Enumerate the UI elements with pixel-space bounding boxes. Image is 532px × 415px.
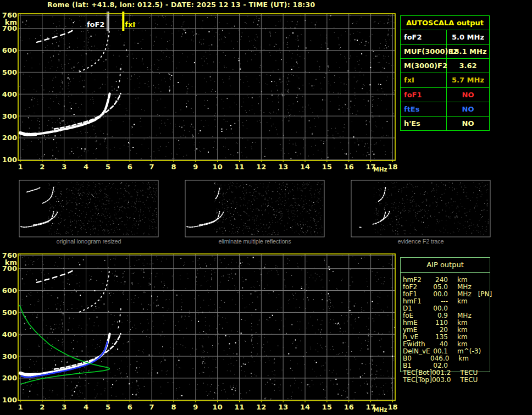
autoscala-row-value: 18.1 MHz xyxy=(447,45,489,58)
svg-text:2: 2 xyxy=(40,403,45,411)
svg-text:18: 18 xyxy=(387,403,397,411)
svg-text:MHz: MHz xyxy=(373,406,387,413)
autoscala-row: fxI5.7 MHz xyxy=(401,73,489,87)
autoscala-row-label: foF1 xyxy=(401,88,447,102)
aip-row-unit: TECU xyxy=(460,377,478,384)
ionogram-bottom: 760700600500400300200100km12345678910111… xyxy=(2,251,398,412)
aip-row-extra: [PN] xyxy=(478,291,492,298)
autoscala-row: foF25.0 MHz xyxy=(401,30,489,45)
aip-panel-title: AIP output xyxy=(401,261,490,269)
autoscala-row-label: h'Es xyxy=(401,117,447,130)
aip-row: D100.0 xyxy=(403,305,502,312)
svg-text:3: 3 xyxy=(62,403,66,411)
svg-text:500: 500 xyxy=(2,68,17,76)
second-hop-x xyxy=(119,306,121,328)
svg-text:12: 12 xyxy=(256,403,266,411)
svg-text:7: 7 xyxy=(149,403,154,411)
svg-text:100: 100 xyxy=(2,396,17,404)
thumb-no-multiples xyxy=(185,180,324,237)
thumbnail-caption-evidence: evidence F2 trace xyxy=(351,238,490,245)
second-hop-x xyxy=(119,65,121,88)
svg-text:7: 7 xyxy=(149,163,154,171)
svg-text:5: 5 xyxy=(106,163,110,171)
svg-text:300: 300 xyxy=(2,112,17,120)
thumb-second-hop xyxy=(216,187,220,199)
svg-text:1: 1 xyxy=(18,403,23,411)
aip-row: hmF1---km xyxy=(403,298,502,305)
svg-text:300: 300 xyxy=(2,352,17,361)
aip-panel-divider xyxy=(401,272,490,273)
autoscala-row: h'EsNO xyxy=(401,117,489,130)
svg-text:18: 18 xyxy=(387,163,397,171)
fxi-marker-line xyxy=(122,12,124,31)
thumb-t3-dots xyxy=(359,227,362,228)
svg-text:15: 15 xyxy=(322,403,332,411)
aip-row-unit: km xyxy=(458,355,469,362)
svg-text:9: 9 xyxy=(193,163,198,171)
svg-text:10: 10 xyxy=(213,163,223,171)
thumb-second-hop xyxy=(379,187,386,202)
svg-text:13: 13 xyxy=(278,163,288,171)
autoscala-window: Rome (lat: +41.8, lon: 012.5) - DATE: 20… xyxy=(0,0,532,415)
svg-text:100: 100 xyxy=(2,156,17,164)
svg-text:4: 4 xyxy=(84,163,88,171)
svg-text:2: 2 xyxy=(40,163,45,171)
svg-text:3: 3 xyxy=(62,163,66,171)
svg-text:km: km xyxy=(5,18,17,26)
svg-text:km: km xyxy=(5,258,17,267)
aip-row: foE0.9MHz xyxy=(403,312,502,319)
ionogram-top: foF2fxI760700600500400300200100km1234567… xyxy=(2,11,398,172)
svg-text:14: 14 xyxy=(300,403,310,411)
svg-text:15: 15 xyxy=(322,163,332,171)
aip-row: B0046.0km xyxy=(403,355,502,362)
svg-text:13: 13 xyxy=(278,403,288,411)
autoscala-row-label: ftEs xyxy=(401,102,447,116)
autoscala-row-label: M(3000)F2 xyxy=(401,59,447,73)
aip-row-value: 003.0 xyxy=(432,377,451,384)
o-trace xyxy=(20,94,110,135)
svg-text:16: 16 xyxy=(344,403,354,411)
svg-text:500: 500 xyxy=(2,308,17,317)
aip-rows: hmF2240kmfoF205.0MHzfoF100.0MHz[PN]hmF1-… xyxy=(403,276,502,384)
autoscala-row-value: NO xyxy=(447,102,489,116)
autoscala-row-value: NO xyxy=(447,117,489,130)
svg-text:5: 5 xyxy=(106,403,110,411)
autoscala-row-label: fxI xyxy=(401,73,447,87)
thumbnail-caption-eliminate: eliminate multiple reflections xyxy=(185,238,324,245)
autoscala-panel-title: AUTOSCALA output xyxy=(401,16,489,30)
aip-row: hmE110km xyxy=(403,319,502,327)
aip-row-unit: km xyxy=(457,298,468,305)
o-trace xyxy=(20,334,110,375)
svg-text:4: 4 xyxy=(84,403,88,411)
thumb-o-trace xyxy=(21,212,54,227)
svg-text:11: 11 xyxy=(234,163,244,171)
autoscala-row: M(3000)F23.62 xyxy=(401,59,489,73)
thumb-original xyxy=(19,180,158,237)
svg-text:400: 400 xyxy=(2,330,17,339)
svg-text:600: 600 xyxy=(2,46,17,54)
thumbnail-caption-original: original ionogram resized xyxy=(19,238,158,245)
autoscala-row: foF1NO xyxy=(401,88,489,102)
autoscala-row-label: foF2 xyxy=(401,30,447,44)
fxi-marker-label: fxI xyxy=(125,20,135,29)
svg-text:6: 6 xyxy=(128,403,132,411)
autoscala-output-panel: AUTOSCALA output foF25.0 MHzMUF(3000)F21… xyxy=(400,15,490,131)
aip-row-label: TEC[Top] xyxy=(403,377,432,384)
aip-row: hmF2240km xyxy=(403,276,502,284)
svg-text:600: 600 xyxy=(2,286,17,295)
svg-text:10: 10 xyxy=(213,403,223,411)
svg-text:200: 200 xyxy=(2,374,17,382)
autoscala-row-value: 3.62 xyxy=(447,59,489,73)
svg-text:200: 200 xyxy=(2,134,17,142)
svg-text:400: 400 xyxy=(2,90,17,98)
svg-text:8: 8 xyxy=(171,403,176,411)
svg-text:MHz: MHz xyxy=(373,166,387,173)
profile-green xyxy=(20,306,109,384)
autoscala-row-label: MUF(3000)F2 xyxy=(401,45,447,58)
svg-text:9: 9 xyxy=(193,403,198,411)
svg-text:14: 14 xyxy=(300,163,310,171)
autoscala-row-value: 5.0 MHz xyxy=(447,30,489,44)
svg-text:8: 8 xyxy=(171,163,176,171)
svg-text:1: 1 xyxy=(18,163,23,171)
thumb-diag-multiple xyxy=(27,187,40,192)
